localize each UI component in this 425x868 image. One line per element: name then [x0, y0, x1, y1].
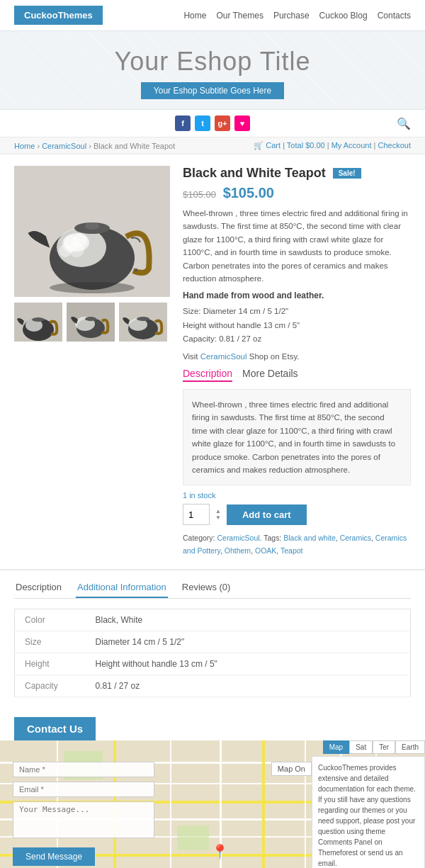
sale-badge: Sale! — [333, 168, 361, 179]
product-description: Wheel-thrown , three times electric fire… — [183, 207, 411, 285]
twitter-icon[interactable]: t — [195, 115, 210, 131]
svg-point-6 — [50, 282, 135, 293]
nav-blog[interactable]: Cuckoo Blog — [319, 11, 368, 21]
product-tab-content: Wheel-thrown , three times electric fire… — [183, 389, 411, 485]
email-input[interactable] — [13, 782, 154, 797]
svg-point-10 — [69, 242, 84, 257]
cart-info: 🛒 Cart | Total $0.00 | My Account | Chec… — [254, 141, 411, 150]
map-pin: 📍 — [211, 843, 229, 860]
bottom-tab-row: Description Additional Information Revie… — [14, 577, 411, 599]
thumbnail-2[interactable] — [67, 303, 115, 342]
nav-home[interactable]: Home — [183, 11, 206, 21]
info-label-height: Height — [15, 653, 86, 675]
contact-section: Contact Us — [0, 707, 425, 868]
social-bar: f t g+ ♥ 🔍 — [0, 110, 425, 137]
tag-ohthem[interactable]: Ohthem — [225, 546, 251, 555]
info-table: Color Black, White Size Diameter 14 cm /… — [14, 609, 411, 697]
thumbnail-3[interactable] — [119, 303, 167, 342]
spec-height: Height without handle 13 cm / 5" — [183, 321, 300, 329]
googleplus-icon[interactable]: g+ — [215, 115, 230, 131]
product-tab-more-details[interactable]: More Details — [242, 368, 298, 382]
breadcrumb: Home › CeramicSoul › Black and White Tea… — [14, 142, 175, 150]
product-title: Black and White Teapot — [183, 166, 326, 181]
breadcrumb-ceramicsoul[interactable]: CeramicSoul — [42, 142, 86, 150]
facebook-icon[interactable]: f — [175, 115, 191, 131]
name-field-wrap — [13, 762, 154, 777]
current-price: $105.00 — [223, 185, 274, 201]
logo-button[interactable]: CuckooThemes — [14, 6, 103, 25]
tab-reviews[interactable]: Reviews (0) — [181, 577, 232, 598]
map-tab-ter[interactable]: Ter — [373, 740, 395, 754]
product-images — [14, 166, 170, 558]
breadcrumb-home[interactable]: Home — [14, 142, 35, 150]
table-row: Height Height without handle 13 cm / 5" — [15, 653, 411, 675]
contact-header[interactable]: Contact Us — [14, 717, 96, 740]
spec-size: Size: Diameter 14 cm / 5 1/2" — [183, 307, 288, 315]
tab-additional-info[interactable]: Additional Information — [76, 577, 168, 598]
nav-themes[interactable]: Our Themes — [216, 11, 263, 21]
flickr-icon[interactable]: ♥ — [234, 115, 250, 131]
map-tab-map[interactable]: Map — [323, 740, 349, 754]
tab-description[interactable]: Description — [14, 577, 63, 598]
account-link[interactable]: My Account — [332, 141, 372, 150]
svg-point-5 — [85, 222, 99, 230]
cart-link[interactable]: Cart | Total $0.00 — [266, 141, 324, 150]
product-bold-text: Hand made from wood and leather. — [183, 291, 411, 300]
send-message-button[interactable]: Send Message — [13, 847, 95, 866]
price-row: $105.00 $105.00 — [183, 185, 411, 201]
table-row: Capacity 0.81 / 27 oz — [15, 675, 411, 697]
tag-ooak[interactable]: OOAK — [255, 546, 276, 555]
stock-status: 1 in stock — [183, 491, 411, 500]
hero-title: Your Eshop Title — [14, 47, 411, 77]
popup-text: CuckooThemes provides extensive and deta… — [318, 764, 416, 867]
tag-teapot[interactable]: Teapot — [280, 546, 303, 555]
contact-form-overlay: Send Message — [13, 762, 154, 866]
quantity-input[interactable] — [183, 504, 210, 525]
search-icon[interactable]: 🔍 — [397, 117, 411, 130]
product-specs: Size: Diameter 14 cm / 5 1/2" Height wit… — [183, 305, 411, 346]
qty-up-arrow[interactable]: ▲ — [215, 508, 221, 515]
add-to-cart-button[interactable]: Add to cart — [227, 505, 307, 525]
info-value-capacity: 0.81 / 27 oz — [86, 675, 411, 697]
original-price: $105.00 — [183, 189, 216, 200]
top-nav: Home Our Themes Purchase Cuckoo Blog Con… — [183, 11, 411, 21]
category-value[interactable]: CeramicSoul — [217, 534, 259, 542]
main-product-image — [14, 166, 170, 297]
info-value-size: Diameter 14 cm / 5 1/2" — [86, 631, 411, 653]
map-tab-earth[interactable]: Earth — [395, 740, 425, 754]
map-tabs: Map Sat Ter Earth — [323, 740, 425, 754]
etsy-shop-link[interactable]: CeramicSoul — [200, 352, 247, 361]
map-tab-sat[interactable]: Sat — [349, 740, 373, 754]
email-field-wrap — [13, 782, 154, 797]
product-tab-description[interactable]: Description — [183, 368, 232, 382]
svg-point-14 — [32, 317, 45, 322]
thumbnail-1[interactable] — [14, 303, 62, 342]
map-on-button[interactable]: Map On — [271, 762, 312, 776]
table-row: Size Diameter 14 cm / 5 1/2" — [15, 631, 411, 653]
info-table-wrap: Color Black, White Size Diameter 14 cm /… — [0, 599, 425, 707]
tag-ceramics[interactable]: Ceramics — [340, 534, 371, 542]
top-header: CuckooThemes Home Our Themes Purchase Cu… — [0, 0, 425, 30]
nav-purchase[interactable]: Purchase — [273, 11, 310, 21]
tag-black-white[interactable]: Black and white — [283, 534, 336, 542]
info-popup: CuckooThemes provides extensive and deta… — [312, 756, 425, 868]
name-input[interactable] — [13, 762, 154, 777]
tags-label: Tags: — [264, 534, 281, 542]
hero-section: Your Eshop Title Your Eshop Subtitle Goe… — [0, 30, 425, 110]
message-textarea[interactable] — [13, 801, 154, 838]
spec-capacity: Capacity: 0.81 / 27 oz — [183, 334, 261, 343]
info-label-capacity: Capacity — [15, 675, 86, 697]
category-label: Category: — [183, 534, 215, 542]
info-label-color: Color — [15, 609, 86, 631]
product-title-row: Black and White Teapot Sale! — [183, 166, 411, 181]
hero-subtitle-button[interactable]: Your Eshop Subtitle Goes Here — [141, 82, 284, 99]
product-info: Black and White Teapot Sale! $105.00 $10… — [183, 166, 411, 558]
checkout-link[interactable]: Checkout — [378, 141, 411, 150]
svg-point-18 — [85, 317, 96, 321]
qty-arrows: ▲ ▼ — [215, 508, 221, 522]
breadcrumb-bar: Home › CeramicSoul › Black and White Tea… — [0, 137, 425, 154]
product-tab-row: Description More Details — [183, 368, 411, 382]
etsy-link: Visit CeramicSoul Shop on Etsy. — [183, 352, 411, 361]
nav-contacts[interactable]: Contacts — [378, 11, 411, 21]
qty-down-arrow[interactable]: ▼ — [215, 514, 221, 522]
